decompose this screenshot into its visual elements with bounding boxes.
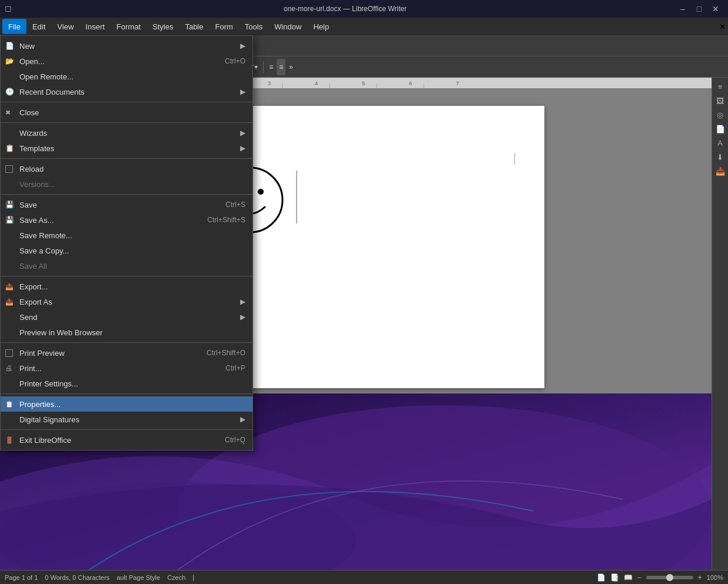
menu-item-open-remote[interactable]: Open Remote... (1, 69, 252, 84)
exit-icon: 🚪 (5, 436, 14, 444)
sep-7 (1, 393, 252, 394)
align-left-button[interactable]: ≡ (267, 59, 275, 75)
menu-edit[interactable]: Edit (26, 19, 51, 34)
close-button[interactable]: ✕ (708, 2, 723, 15)
menu-file[interactable]: File (2, 19, 26, 34)
menu-item-digital-sigs[interactable]: Digital Signatures ▶ (1, 412, 252, 427)
print-icon: 🖨 (5, 364, 12, 372)
menu-item-preview-web[interactable]: Preview in Web Browser (1, 325, 252, 340)
sep-2 (1, 122, 252, 123)
menu-styles[interactable]: Styles (147, 19, 179, 34)
menu-item-wizards[interactable]: Wizards ▶ (1, 125, 252, 141)
menu-tools[interactable]: Tools (239, 19, 268, 34)
close-icon: ✖ (5, 109, 11, 116)
menu-item-templates[interactable]: 📋 Templates ▶ (1, 141, 252, 156)
menu-item-print-preview[interactable]: Print Preview Ctrl+Shift+O (1, 345, 252, 361)
menu-item-reload[interactable]: Reload (1, 161, 252, 176)
save-as-label: Save As... (19, 216, 54, 225)
save-remote-label: Save Remote... (19, 231, 72, 240)
export-as-arrow: ▶ (240, 298, 245, 306)
title-bar-title: one-more-url.docx — LibreOffice Writer (284, 5, 407, 13)
sep-4 (1, 194, 252, 195)
title-bar: ◻ one-more-url.docx — LibreOffice Writer… (0, 0, 728, 18)
svg-text:3: 3 (268, 81, 271, 86)
menu-item-print[interactable]: 🖨 Print... Ctrl+P (1, 361, 252, 376)
export-icon: 📤 (5, 283, 14, 291)
more-format[interactable]: » (287, 59, 295, 75)
menu-view[interactable]: View (51, 19, 79, 34)
exit-shortcut: Ctrl+Q (225, 436, 245, 444)
close-label: Close (19, 108, 39, 117)
sep-3 (1, 158, 252, 159)
open-shortcut: Ctrl+O (225, 57, 245, 65)
view-two-pages[interactable]: 📑 (610, 573, 619, 582)
sidebar-navigator-btn[interactable]: ◎ (714, 108, 727, 121)
menu-item-save-as[interactable]: 💾 Save As... Ctrl+Shift+S (1, 212, 252, 228)
menu-item-open[interactable]: 📂 Open... Ctrl+O (1, 54, 252, 69)
print-label: Print... (19, 364, 42, 373)
menu-item-new[interactable]: 📄 New ▶ (1, 38, 252, 54)
print-preview-label: Print Preview (19, 349, 65, 358)
wizards-label: Wizards (19, 129, 47, 138)
title-bar-controls: – □ ✕ (675, 2, 723, 15)
sidebar-properties-btn[interactable]: ≡ (714, 80, 727, 93)
text-cursor (296, 171, 297, 223)
status-words: 0 Words, 0 Characters (45, 574, 109, 581)
save-icon: 💾 (5, 201, 14, 209)
zoom-slider[interactable] (646, 576, 693, 579)
menu-form[interactable]: Form (209, 19, 238, 34)
menu-bar: File Edit View Insert Format Styles Tabl… (0, 18, 728, 35)
sep-6 (1, 342, 252, 343)
menu-item-export[interactable]: 📤 Export... (1, 279, 252, 294)
sidebar-styles-btn[interactable]: A (714, 136, 727, 149)
menu-table[interactable]: Table (179, 19, 209, 34)
export-as-label: Export As (19, 298, 52, 306)
menu-item-export-as[interactable]: 📤 Export As ▶ (1, 294, 252, 309)
sidebar-download-btn[interactable]: ⬇ (714, 151, 727, 163)
templates-arrow: ▶ (240, 144, 245, 152)
open-label: Open... (19, 57, 45, 66)
dropdown-menu-container: 📄 New ▶ 📂 Open... Ctrl+O Open Remote... … (0, 35, 253, 450)
view-single-page[interactable]: 📄 (597, 573, 606, 582)
menu-item-send[interactable]: Send ▶ (1, 309, 252, 325)
printer-settings-label: Printer Settings... (19, 379, 78, 388)
page-cursor (514, 153, 515, 165)
menu-format[interactable]: Format (111, 19, 147, 34)
menu-item-save[interactable]: 💾 Save Ctrl+S (1, 197, 252, 212)
menu-item-printer-settings[interactable]: Printer Settings... (1, 376, 252, 391)
menu-item-properties[interactable]: 📋 Properties... (1, 396, 252, 412)
menu-help[interactable]: Help (307, 19, 335, 34)
zoom-in-button[interactable]: + (698, 573, 702, 582)
svg-text:6: 6 (409, 81, 412, 86)
menu-insert[interactable]: Insert (79, 19, 111, 34)
maximize-button[interactable]: □ (692, 2, 707, 15)
save-copy-label: Save a Copy... (19, 246, 69, 255)
zoom-out-button[interactable]: − (637, 573, 641, 582)
print-preview-checkbox (5, 349, 13, 357)
sidebar-export-btn[interactable]: 📥 (714, 165, 727, 178)
svg-text:7: 7 (456, 81, 459, 86)
menu-item-recent[interactable]: 🕒 Recent Documents ▶ (1, 84, 252, 99)
menu-close-btn[interactable]: ✕ (719, 22, 726, 31)
menu-item-save-copy[interactable]: Save a Copy... (1, 243, 252, 258)
recent-icon: 🕒 (5, 88, 14, 96)
align-right-button[interactable]: ≡ (277, 59, 285, 75)
menu-item-exit[interactable]: 🚪 Exit LibreOffice Ctrl+Q (1, 432, 252, 448)
send-label: Send (19, 313, 37, 322)
app-logo: ◻ (5, 4, 15, 14)
print-preview-shortcut: Ctrl+Shift+O (207, 349, 245, 357)
print-shortcut: Ctrl+P (225, 364, 245, 372)
sidebar-gallery-btn[interactable]: 🖼 (714, 94, 727, 107)
menu-item-close[interactable]: ✖ Close (1, 105, 252, 120)
menu-window[interactable]: Window (268, 19, 307, 34)
minimize-button[interactable]: – (675, 2, 690, 15)
menu-item-save-remote[interactable]: Save Remote... (1, 228, 252, 243)
svg-text:4: 4 (315, 81, 318, 86)
properties-icon: 📋 (5, 401, 14, 408)
sidebar-page-btn[interactable]: 📄 (714, 122, 727, 135)
view-book[interactable]: 📖 (624, 573, 633, 582)
save-label: Save (19, 201, 37, 209)
svg-point-15 (258, 189, 264, 195)
templates-label: Templates (19, 144, 54, 153)
exit-label: Exit LibreOffice (19, 436, 71, 445)
